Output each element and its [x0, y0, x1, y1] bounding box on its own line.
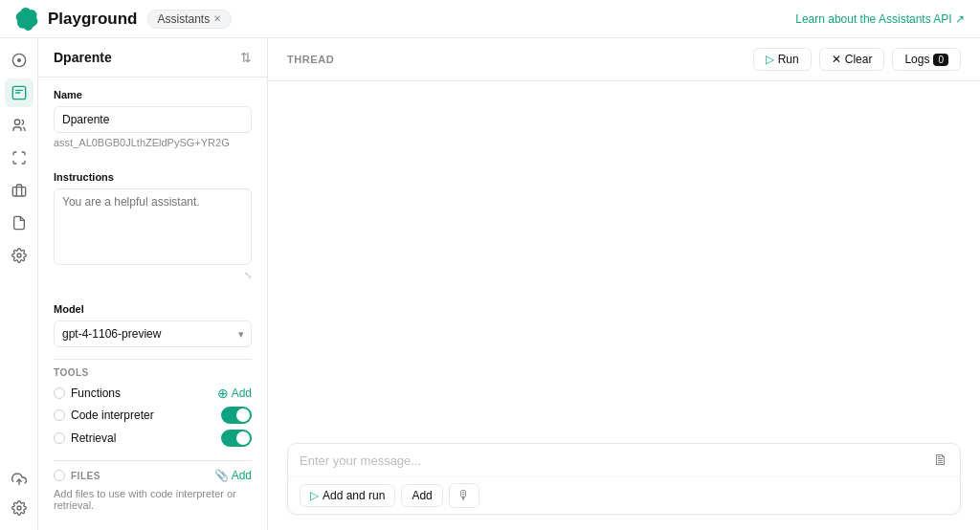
tool-row-functions: Functions ⊕ Add — [54, 386, 252, 401]
message-input[interactable] — [300, 453, 925, 468]
retrieval-toggle[interactable] — [221, 430, 252, 447]
add-run-icon: ▷ — [310, 489, 319, 502]
icon-sidebar — [0, 38, 38, 530]
message-actions: ▷ Add and run Add 🎙 — [288, 476, 960, 514]
message-input-area: 🗎 ▷ Add and run Add 🎙 — [268, 431, 980, 530]
tool-name-functions: Functions — [71, 386, 121, 400]
openai-logo — [15, 8, 38, 31]
sidebar-compare-icon[interactable] — [5, 144, 33, 172]
files-add-label: Add — [232, 469, 252, 482]
tool-row-left-retrieval: Retrieval — [54, 431, 116, 445]
thread-header: THREAD ▷ Run ✕ Clear Logs 0 — [268, 38, 980, 81]
message-input-box: 🗎 ▷ Add and run Add 🎙 — [287, 443, 961, 515]
tool-row-left-functions: Functions — [54, 386, 121, 400]
run-button[interactable]: ▷ Run — [753, 48, 812, 71]
add-and-run-button[interactable]: ▷ Add and run — [300, 484, 395, 507]
instructions-label: Instructions — [54, 171, 252, 183]
tool-add-functions[interactable]: ⊕ Add — [217, 386, 252, 401]
badge-label: Assistants — [158, 12, 211, 26]
assistants-badge[interactable]: Assistants ✕ — [147, 10, 233, 29]
tool-dot-code — [54, 409, 65, 421]
svg-point-1 — [17, 58, 21, 62]
main-layout: Dparente ⇅ Name asst_AL0BGB0JLthZEldPySG… — [0, 38, 980, 530]
logs-button[interactable]: Logs 0 — [892, 48, 961, 71]
add-and-run-label: Add and run — [323, 489, 385, 502]
add-button[interactable]: Add — [401, 484, 442, 507]
paperclip-icon: 📎 — [214, 469, 229, 482]
clear-label: Clear — [845, 53, 873, 66]
message-input-row: 🗎 — [288, 444, 960, 476]
logs-label: Logs — [904, 53, 929, 66]
assistant-name-header: Dparente — [54, 50, 112, 65]
app-title: Playground — [48, 10, 138, 29]
model-select[interactable]: gpt-4-1106-preview gpt-4 gpt-3.5-turbo g… — [54, 320, 252, 347]
topbar-left: Playground Assistants ✕ — [15, 8, 232, 31]
instructions-section: Instructions ⤡ — [38, 160, 267, 292]
config-header: Dparente ⇅ — [38, 38, 267, 77]
attachment-icon[interactable]: 🗎 — [933, 452, 948, 469]
plus-circle-icon: ⊕ — [217, 386, 229, 401]
resize-handle-icon[interactable]: ⤡ — [54, 270, 252, 280]
model-select-wrap: gpt-4-1106-preview gpt-4 gpt-3.5-turbo g… — [54, 320, 252, 347]
add-label: Add — [412, 489, 432, 502]
learn-api-link[interactable]: Learn about the Assistants API ↗ — [795, 12, 965, 26]
sidebar-upload-icon[interactable] — [5, 465, 33, 494]
name-label: Name — [54, 89, 252, 100]
tools-label: TOOLS — [54, 367, 252, 378]
sort-arrows-icon[interactable]: ⇅ — [240, 50, 252, 65]
tool-row-retrieval: Retrieval — [54, 430, 252, 447]
name-input[interactable] — [54, 106, 252, 133]
svg-rect-4 — [15, 92, 20, 93]
tool-dot-functions — [54, 387, 65, 399]
logs-count-badge: 0 — [933, 54, 948, 66]
svg-point-7 — [17, 254, 21, 257]
run-label: Run — [778, 53, 799, 66]
svg-rect-3 — [15, 90, 23, 91]
tool-name-retrieval: Retrieval — [71, 431, 116, 445]
sidebar-building-icon[interactable] — [5, 176, 33, 205]
svg-rect-6 — [12, 188, 25, 196]
files-label: FILES — [71, 471, 100, 481]
thread-content — [268, 81, 980, 431]
files-section: FILES 📎 Add Add files to use with code i… — [38, 461, 267, 519]
svg-point-9 — [17, 506, 21, 510]
files-left: FILES — [54, 470, 100, 481]
tool-add-label-functions: Add — [232, 386, 252, 400]
toggle-slider-code — [221, 407, 252, 424]
chevron-down-icon: ✕ — [213, 13, 221, 24]
assistant-id-text: asst_AL0BGB0JLthZEldPySG+YR2G — [54, 137, 252, 148]
tool-row-code-interpreter: Code interpreter — [54, 407, 252, 424]
file-dot — [54, 470, 65, 481]
thread-title: THREAD — [287, 54, 334, 65]
voice-button[interactable]: 🎙 — [449, 483, 479, 508]
toggle-slider-retrieval — [221, 430, 252, 447]
name-section: Name asst_AL0BGB0JLthZEldPySG+YR2G — [38, 77, 267, 160]
svg-point-5 — [14, 120, 19, 124]
config-panel: Dparente ⇅ Name asst_AL0BGB0JLthZEldPySG… — [38, 38, 268, 530]
tool-dot-retrieval — [54, 432, 65, 444]
instructions-input[interactable] — [54, 188, 252, 265]
sidebar-home-icon[interactable] — [5, 46, 33, 75]
code-interpreter-toggle[interactable] — [221, 407, 252, 424]
thread-panel: THREAD ▷ Run ✕ Clear Logs 0 — [268, 38, 980, 530]
tool-row-left-code: Code interpreter — [54, 409, 154, 422]
sidebar-file-icon[interactable] — [5, 209, 33, 237]
sidebar-chat-icon[interactable] — [5, 78, 33, 107]
microphone-icon: 🎙 — [457, 488, 471, 503]
sidebar-config-icon[interactable] — [5, 494, 33, 522]
files-hint-text: Add files to use with code interpreter o… — [54, 488, 252, 511]
tool-name-code: Code interpreter — [71, 409, 154, 422]
icon-sidebar-bottom — [5, 465, 33, 522]
topbar: Playground Assistants ✕ Learn about the … — [0, 0, 980, 38]
clear-button[interactable]: ✕ Clear — [819, 48, 885, 71]
model-section: Model gpt-4-1106-preview gpt-4 gpt-3.5-t… — [38, 292, 267, 359]
thread-actions: ▷ Run ✕ Clear Logs 0 — [753, 48, 961, 71]
files-add-button[interactable]: 📎 Add — [214, 469, 252, 482]
model-label: Model — [54, 303, 252, 315]
files-row: FILES 📎 Add — [54, 469, 252, 482]
clear-icon: ✕ — [832, 53, 841, 66]
play-icon: ▷ — [766, 53, 774, 66]
sidebar-users-icon[interactable] — [5, 111, 33, 140]
sidebar-settings-icon[interactable] — [5, 241, 33, 270]
tools-section: TOOLS Functions ⊕ Add Code interpreter — [38, 360, 267, 460]
